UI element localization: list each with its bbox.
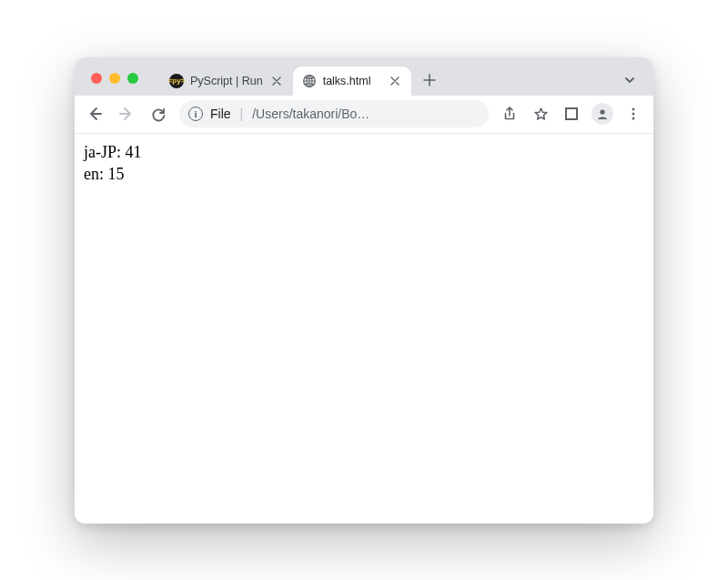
lang-value: 41 — [126, 143, 142, 161]
url-separator: | — [240, 107, 244, 121]
side-panel-button[interactable] — [557, 99, 586, 128]
svg-point-5 — [632, 117, 635, 120]
svg-point-3 — [632, 108, 635, 111]
toolbar: i File | /Users/takanori/Bo… — [75, 96, 653, 134]
address-bar[interactable]: i File | /Users/takanori/Bo… — [179, 100, 489, 127]
globe-icon — [302, 74, 317, 88]
forward-button[interactable] — [112, 99, 141, 128]
lang-label: ja-JP — [84, 143, 116, 161]
close-window-button[interactable] — [91, 73, 102, 84]
close-tab-button[interactable] — [269, 74, 284, 88]
tab-strip: <py> PyScript | Run talks.html — [75, 57, 653, 96]
content-line: en: 15 — [84, 163, 644, 185]
lang-value: 15 — [108, 165, 125, 183]
svg-point-2 — [600, 109, 604, 114]
tabs: <py> PyScript | Run talks.html — [160, 57, 617, 96]
bookmark-button[interactable] — [526, 99, 555, 128]
menu-button[interactable] — [619, 99, 648, 128]
avatar-icon — [592, 103, 613, 125]
share-button[interactable] — [495, 99, 524, 128]
tab-talks[interactable]: talks.html — [293, 66, 411, 96]
content-line: ja-JP: 41 — [84, 141, 644, 163]
page-content: ja-JP: 41 en: 15 — [75, 134, 653, 524]
reload-button[interactable] — [144, 99, 173, 128]
svg-point-4 — [632, 113, 635, 116]
traffic-lights — [82, 73, 138, 84]
back-button[interactable] — [80, 99, 109, 128]
url-scheme: File — [210, 107, 231, 121]
pyscript-favicon: <py> — [169, 74, 184, 88]
profile-button[interactable] — [588, 99, 617, 128]
url-path: /Users/takanori/Bo… — [252, 107, 481, 121]
maximize-window-button[interactable] — [127, 73, 138, 84]
new-tab-button[interactable] — [417, 67, 442, 93]
toolbar-right — [495, 99, 648, 128]
lang-label: en — [84, 165, 99, 183]
tab-pyscript[interactable]: <py> PyScript | Run — [160, 66, 293, 96]
browser-window: <py> PyScript | Run talks.html — [75, 57, 653, 524]
tab-title: talks.html — [323, 75, 381, 87]
tab-title: PyScript | Run — [190, 75, 263, 87]
close-tab-button[interactable] — [388, 74, 402, 88]
minimize-window-button[interactable] — [109, 73, 120, 84]
tab-overflow-button[interactable] — [617, 67, 642, 93]
square-icon — [565, 107, 578, 120]
site-info-icon[interactable]: i — [188, 107, 203, 121]
